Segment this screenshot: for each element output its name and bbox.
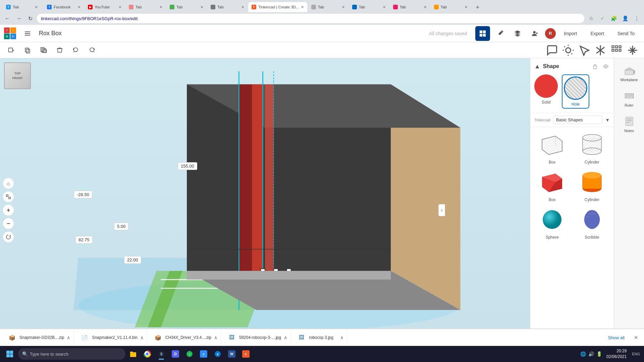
tab-close-11[interactable]: × [465, 4, 467, 10]
battery-icon[interactable]: 🔋 [596, 351, 602, 357]
reload-button[interactable]: ↻ [25, 14, 35, 23]
panel-collapse-arrow[interactable]: › [438, 204, 445, 216]
hamburger-menu[interactable] [21, 27, 34, 40]
tab-close-3[interactable]: × [119, 4, 121, 10]
home-view-button[interactable]: ⌂ [3, 178, 14, 189]
align-button[interactable] [627, 44, 639, 56]
hole-option[interactable]: Hole [562, 74, 589, 109]
tab-close-10[interactable]: × [424, 4, 426, 10]
duplicate-button[interactable] [38, 44, 50, 56]
taskbar-discord[interactable]: D [169, 348, 182, 360]
tab-3[interactable]: ▶ YouTube × [85, 2, 125, 12]
tab-2[interactable]: f Facebook × [44, 2, 84, 12]
tab-close-1[interactable]: × [35, 4, 38, 10]
tab-1[interactable]: T Tab × [3, 2, 43, 12]
taskbar-zoom[interactable]: Z [197, 348, 210, 360]
chat-button[interactable] [546, 44, 558, 56]
tab-5[interactable]: Tab × [166, 2, 207, 12]
shape-item-sphere[interactable]: Sphere [534, 206, 570, 240]
light-button[interactable] [562, 44, 574, 56]
notes-button[interactable]: Notes [616, 113, 642, 135]
tab-close-6[interactable]: × [241, 4, 244, 10]
taskbar-search[interactable]: 🔍 Type here to search [18, 348, 125, 360]
download-bar-close[interactable]: × [632, 334, 640, 342]
tab-close-9[interactable]: × [383, 4, 385, 10]
shape-item-box-wire[interactable]: Box [534, 131, 570, 165]
tab-4[interactable]: Tab × [125, 2, 166, 12]
dl-arrow-1[interactable]: ∧ [140, 335, 144, 340]
dl-arrow-0[interactable]: ∧ [67, 335, 70, 340]
shape-item-cylinder-orange[interactable]: Cylinder [574, 169, 610, 202]
shape-item-cylinder-wire[interactable]: Cylinder [574, 131, 610, 165]
taskbar-fusion360[interactable]: F [239, 348, 252, 360]
library-dropdown-arrow[interactable]: ▼ [605, 117, 610, 123]
bookmark-button[interactable]: ☆ [586, 14, 596, 23]
system-clock[interactable]: 20:29 02/06/2021 [604, 348, 629, 360]
tab-10[interactable]: Tab × [390, 2, 430, 12]
tab-tinkercad[interactable]: T Tinkercad | Create 3D... × [248, 2, 307, 12]
menu-button[interactable]: ⋮ [632, 14, 641, 23]
zoom-in-button[interactable]: + [3, 204, 14, 216]
dl-arrow-4[interactable]: ∧ [340, 335, 343, 340]
zoom-out-button[interactable]: − [3, 218, 14, 229]
back-button[interactable]: ← [3, 14, 12, 23]
lock-icon[interactable] [591, 62, 599, 70]
show-all-button[interactable]: Show all [603, 333, 629, 342]
new-shape-button[interactable] [5, 44, 17, 56]
cursor-button[interactable] [578, 44, 590, 56]
add-user-button[interactable] [528, 26, 542, 41]
forward-button[interactable]: → [14, 14, 23, 23]
ruler-button[interactable]: Ruler [616, 88, 642, 109]
new-tab-button[interactable]: + [473, 3, 482, 12]
taskbar-spotify[interactable]: ♪ [183, 348, 196, 360]
panel-collapse-chevron[interactable]: ▲ [534, 63, 540, 70]
volume-icon[interactable]: 🔊 [588, 351, 594, 357]
shape-item-box-red[interactable]: Box [534, 169, 570, 202]
tools-button[interactable] [493, 26, 507, 41]
taskbar-word[interactable]: W [225, 348, 238, 360]
viewport[interactable]: 155.00 -28.50 5.00 82.75 22.00 TOP FRONT… [0, 58, 530, 362]
workplane-button[interactable]: Workplane [616, 62, 642, 84]
solid-option[interactable]: Solid [534, 74, 558, 109]
tab-close-tinkercad[interactable]: × [301, 4, 304, 10]
tab-11[interactable]: Tab × [431, 2, 471, 12]
tab-6[interactable]: Tab × [207, 2, 248, 12]
taskbar-chrome[interactable] [141, 348, 154, 360]
tab-9[interactable]: Tab × [349, 2, 389, 12]
dl-arrow-3[interactable]: ∧ [284, 335, 287, 340]
tab-8[interactable]: Tab × [308, 2, 348, 12]
taskbar-steam[interactable]: S [155, 348, 168, 360]
library-dropdown[interactable]: Basic Shapes [553, 116, 602, 124]
cube-face[interactable]: TOP FRONT [4, 62, 31, 89]
mirror-button[interactable] [594, 44, 606, 56]
tab-close-4[interactable]: × [160, 4, 162, 10]
delete-button[interactable] [54, 44, 66, 56]
taskbar-file-explorer[interactable] [127, 348, 140, 360]
fit-view-button[interactable] [3, 191, 14, 202]
start-button[interactable] [3, 347, 17, 361]
copy-button[interactable] [21, 44, 34, 56]
url-bar[interactable]: tinkercad.com/things/9FBOR1eSGpR-rox-box… [37, 14, 584, 23]
extensions-button[interactable]: 🧩 [609, 14, 619, 23]
extension-checkmark[interactable]: ✓ [598, 14, 607, 23]
tab-close-2[interactable]: × [78, 4, 80, 10]
redo-button[interactable] [86, 44, 98, 56]
dl-arrow-2[interactable]: ∧ [214, 335, 217, 340]
tab-close-5[interactable]: × [201, 4, 203, 10]
grid-view-button[interactable] [475, 26, 490, 41]
undo-button[interactable] [70, 44, 82, 56]
taskbar-edge[interactable]: e [211, 348, 224, 360]
layers-button[interactable] [510, 26, 525, 41]
export-button[interactable]: Export [585, 29, 609, 38]
user-avatar[interactable]: R [545, 28, 556, 39]
network-icon[interactable]: 🌐 [580, 351, 586, 357]
profile-button[interactable]: 👤 [621, 14, 630, 23]
grid-snap-button[interactable] [610, 44, 623, 56]
import-button[interactable]: Import [558, 29, 583, 38]
visibility-icon[interactable] [602, 62, 610, 70]
reset-view-button[interactable] [3, 231, 14, 243]
view-cube[interactable]: TOP FRONT [4, 62, 31, 89]
send-to-button[interactable]: Send To [612, 29, 640, 38]
tab-close-8[interactable]: × [342, 4, 344, 10]
shape-item-scribble[interactable]: Scribble [574, 206, 610, 240]
